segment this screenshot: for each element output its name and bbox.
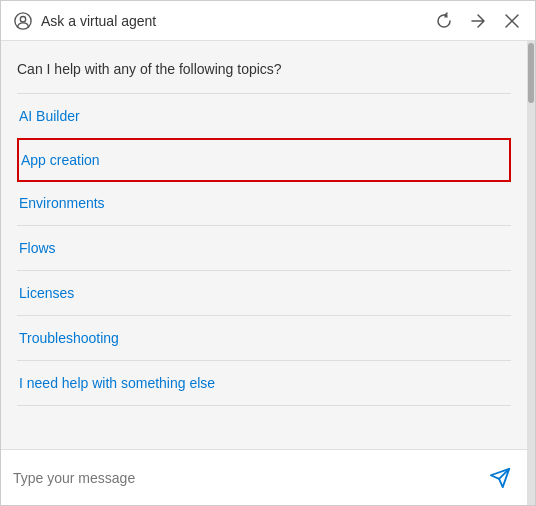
close-button[interactable] xyxy=(501,10,523,32)
send-button[interactable] xyxy=(485,463,515,493)
refresh-button[interactable] xyxy=(433,10,455,32)
message-input[interactable] xyxy=(13,470,485,486)
topic-item-app-creation[interactable]: App creation xyxy=(17,138,511,182)
agent-icon xyxy=(13,11,33,31)
scrollbar-thumb xyxy=(528,43,534,103)
topic-item-ai-builder[interactable]: AI Builder xyxy=(17,93,511,139)
window-title: Ask a virtual agent xyxy=(41,13,156,29)
topic-item-troubleshooting[interactable]: Troubleshooting xyxy=(17,316,511,361)
messages-area: Can I help with any of the following top… xyxy=(1,41,527,449)
svg-point-1 xyxy=(20,16,25,21)
input-area xyxy=(1,449,527,505)
title-bar-left: Ask a virtual agent xyxy=(13,11,156,31)
expand-button[interactable] xyxy=(467,10,489,32)
intro-text: Can I help with any of the following top… xyxy=(17,61,511,77)
chat-area: Can I help with any of the following top… xyxy=(1,41,527,505)
topic-item-flows[interactable]: Flows xyxy=(17,226,511,271)
topic-item-help-else[interactable]: I need help with something else xyxy=(17,361,511,406)
scrollbar-track[interactable] xyxy=(527,41,535,505)
topic-list: AI BuilderApp creationEnvironmentsFlowsL… xyxy=(17,93,511,406)
title-bar: Ask a virtual agent xyxy=(1,1,535,41)
topic-item-licenses[interactable]: Licenses xyxy=(17,271,511,316)
topic-item-environments[interactable]: Environments xyxy=(17,181,511,226)
title-bar-controls xyxy=(433,10,523,32)
main-content: Can I help with any of the following top… xyxy=(1,41,535,505)
